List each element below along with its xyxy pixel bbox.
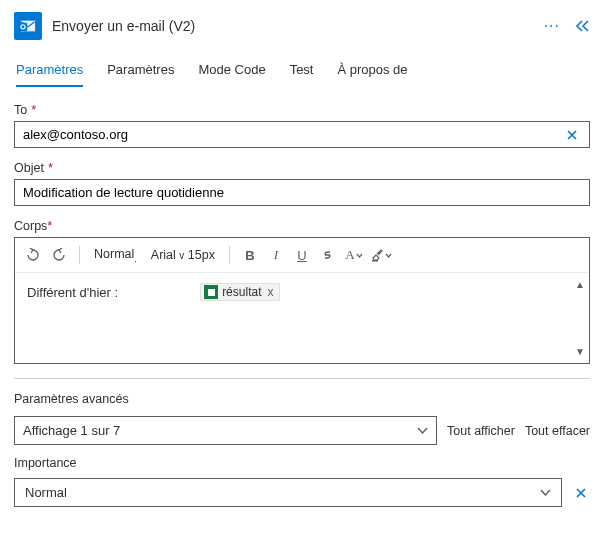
tab-mode-code[interactable]: Mode Code	[198, 56, 265, 87]
editor-toolbar: Normal. Arial v 15px B I U A	[15, 238, 589, 273]
to-input-wrap	[14, 121, 590, 148]
importance-label: Importance	[14, 456, 77, 470]
tab-parametres-2[interactable]: Paramètres	[107, 56, 174, 87]
scroll-down-icon[interactable]: ▼	[575, 346, 585, 357]
clear-to-icon[interactable]	[563, 128, 581, 142]
bold-button[interactable]: B	[240, 244, 260, 266]
subject-input-wrap	[14, 179, 590, 206]
svg-rect-4	[372, 260, 378, 262]
undo-icon[interactable]	[23, 244, 43, 266]
body-editor: Normal. Arial v 15px B I U A Différent d…	[14, 237, 590, 364]
tab-a-propos[interactable]: À propos de	[337, 56, 407, 87]
tabs-bar: Paramètres Paramètres Mode Code Test À p…	[14, 56, 590, 88]
advanced-display-select[interactable]: Affichage 1 sur 7	[14, 416, 437, 445]
link-icon[interactable]	[318, 244, 338, 266]
more-menu[interactable]: ···	[544, 17, 560, 35]
clear-importance-icon[interactable]	[572, 486, 590, 500]
collapse-icon[interactable]	[574, 19, 590, 33]
required-marker: *	[47, 218, 52, 233]
italic-button[interactable]: I	[266, 244, 286, 266]
redo-icon[interactable]	[49, 244, 69, 266]
panel-title: Envoyer un e-mail (V2)	[52, 18, 534, 34]
advanced-label: Paramètres avancés	[14, 392, 129, 406]
tab-parametres[interactable]: Paramètres	[16, 56, 83, 87]
importance-select[interactable]: Normal	[14, 478, 562, 507]
style-dropdown[interactable]: Normal.	[90, 247, 141, 264]
divider	[14, 378, 590, 379]
body-text: Différent d'hier :	[27, 285, 118, 300]
excel-icon	[204, 285, 218, 299]
to-label: To	[14, 103, 27, 117]
svg-rect-2	[19, 23, 27, 31]
font-color-icon[interactable]: A	[344, 244, 364, 266]
importance-value: Normal	[25, 485, 67, 500]
clear-all-button[interactable]: Tout effacer	[525, 424, 590, 438]
body-label: Corps	[14, 219, 47, 233]
subject-input[interactable]	[23, 185, 581, 200]
underline-button[interactable]: U	[292, 244, 312, 266]
advanced-display-value: Affichage 1 sur 7	[23, 423, 120, 438]
show-all-button[interactable]: Tout afficher	[447, 424, 515, 438]
token-label: résultat	[222, 285, 261, 299]
scroll-up-icon[interactable]: ▲	[575, 279, 585, 290]
to-input[interactable]	[23, 127, 563, 142]
token-remove-icon[interactable]: x	[267, 285, 273, 299]
subject-label: Objet	[14, 161, 44, 175]
outlook-icon	[14, 12, 42, 40]
dynamic-token-resultat[interactable]: résultat x	[200, 283, 280, 301]
chevron-down-icon	[417, 427, 428, 434]
chevron-down-icon	[540, 489, 551, 496]
editor-content[interactable]: Différent d'hier : résultat x ▲ ▼	[15, 273, 589, 363]
required-marker: *	[31, 102, 36, 117]
highlight-icon[interactable]	[370, 244, 392, 266]
tab-test[interactable]: Test	[290, 56, 314, 87]
required-marker: *	[48, 160, 53, 175]
font-dropdown[interactable]: Arial v 15px	[147, 248, 219, 262]
